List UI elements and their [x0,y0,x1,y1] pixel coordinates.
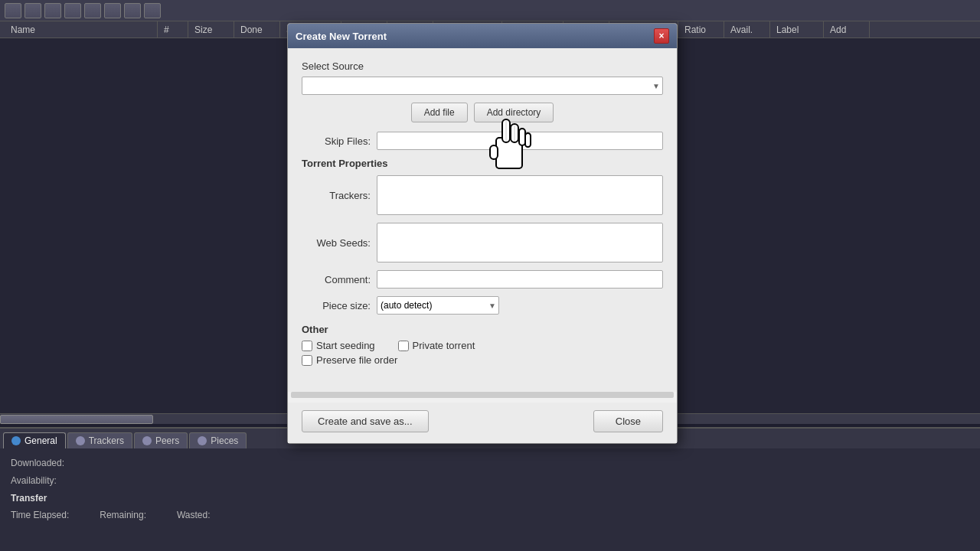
col-name[interactable]: Name [5,21,158,37]
skip-files-label: Skip Files: [302,135,371,147]
dialog-title: Create New Torrent [296,31,387,42]
source-row: ▼ [302,77,663,95]
start-seeding-checkbox[interactable] [302,341,312,351]
availability-label: Availability: [11,475,57,486]
bg-toolbar [0,0,980,21]
create-torrent-dialog: Create New Torrent × Select Source ▼ Add… [287,23,678,444]
torrent-properties-heading: Torrent Properties [302,158,663,169]
private-torrent-checkbox[interactable] [398,341,409,351]
piece-size-select-wrapper: (auto detect) 512 KB 1 MB 2 MB 4 MB 8 MB… [377,296,499,315]
other-label: Other [302,324,663,335]
tab-general[interactable]: General [3,432,66,448]
close-button[interactable]: Close [593,410,663,432]
piece-size-select[interactable]: (auto detect) 512 KB 1 MB 2 MB 4 MB 8 MB… [377,296,499,315]
tab-pieces-icon [198,436,207,445]
web-seeds-textarea[interactable] [377,223,663,262]
dialog-titlebar: Create New Torrent × [288,24,677,48]
add-file-button[interactable]: Add file [411,103,468,122]
web-seeds-label: Web Seeds: [302,237,371,249]
dialog-footer: Create and save as... Close [288,403,677,443]
bottom-info: Downloaded: Availability: Transfer Time … [0,448,980,530]
remaining-label: Remaining: [100,510,146,520]
piece-size-row: Piece size: (auto detect) 512 KB 1 MB 2 … [302,296,663,315]
tab-trackers-icon [76,436,85,445]
preserve-file-order-checkbox[interactable] [302,355,312,366]
select-source-label: Select Source [302,60,663,72]
downloaded-label: Downloaded: [11,458,64,468]
comment-row: Comment: [302,270,663,289]
add-buttons-row: Add file Add directory [302,103,663,122]
col-num[interactable]: # [158,21,188,37]
dialog-body: Select Source ▼ Add file Add directory S… [288,48,677,392]
add-directory-button[interactable]: Add directory [474,103,554,122]
create-and-save-button[interactable]: Create and save as... [302,410,429,432]
skip-files-row: Skip Files: [302,132,663,150]
toolbar-btn-8[interactable] [144,3,161,18]
checkbox-row-2: Preserve file order [302,354,663,369]
tab-pieces[interactable]: Pieces [189,432,247,448]
toolbar-btn-5[interactable] [84,3,101,18]
col-done[interactable]: Done [234,21,280,37]
start-seeding-label: Start seeding [316,340,375,351]
toolbar-btn-4[interactable] [64,3,81,18]
comment-label: Comment: [302,274,371,285]
comment-input[interactable] [377,270,663,289]
tab-peers-label: Peers [155,435,179,446]
private-torrent-checkbox-item[interactable]: Private torrent [398,340,475,351]
tab-general-icon [11,436,21,445]
trackers-label: Trackers: [302,190,371,201]
tab-trackers[interactable]: Trackers [67,432,132,448]
toolbar-btn-2[interactable] [24,3,41,18]
preserve-file-order-checkbox-item[interactable]: Preserve file order [302,354,397,366]
private-torrent-label: Private torrent [413,340,475,351]
source-select-wrapper: ▼ [302,77,663,95]
time-elapsed-label: Time Elapsed: [11,510,69,520]
dialog-close-button[interactable]: × [654,28,669,44]
bottom-panel: General Trackers Peers Pieces Downloaded… [0,427,980,551]
source-select[interactable] [302,77,663,95]
scrollbar-thumb[interactable] [0,415,153,424]
tab-peers[interactable]: Peers [134,432,188,448]
toolbar-btn-7[interactable] [124,3,141,18]
trackers-textarea[interactable] [377,175,663,215]
tab-trackers-label: Trackers [89,435,124,446]
start-seeding-checkbox-item[interactable]: Start seeding [302,340,375,351]
transfer-label: Transfer [11,493,47,504]
wasted-label: Wasted: [177,510,211,520]
tab-pieces-label: Pieces [211,435,238,446]
tab-general-label: General [24,435,57,446]
preserve-file-order-label: Preserve file order [316,354,397,366]
trackers-row: Trackers: [302,175,663,215]
toolbar-btn-6[interactable] [104,3,121,18]
col-add[interactable]: Add [824,21,870,37]
other-section: Other Start seeding Private torrent Pres… [302,324,663,369]
piece-size-label: Piece size: [302,300,371,311]
checkbox-row: Start seeding Private torrent [302,340,663,354]
web-seeds-row: Web Seeds: [302,223,663,262]
dialog-scrollbar[interactable] [291,392,674,398]
col-size[interactable]: Size [188,21,234,37]
tab-peers-icon [142,436,152,445]
col-label[interactable]: Label [770,21,824,37]
col-ratio[interactable]: Ratio [678,21,724,37]
toolbar-btn-1[interactable] [5,3,21,18]
toolbar-btn-3[interactable] [44,3,61,18]
col-avail[interactable]: Avail. [724,21,770,37]
skip-files-input[interactable] [377,132,663,150]
